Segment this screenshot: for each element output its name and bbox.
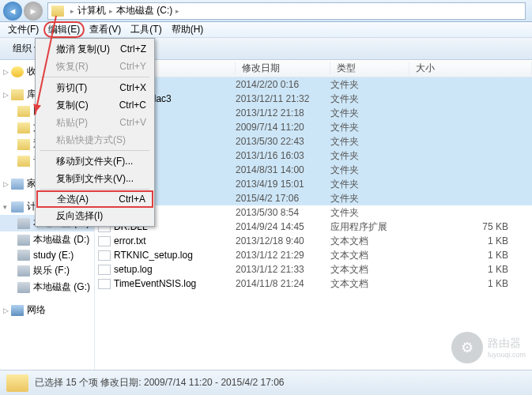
file-name: setup.log bbox=[114, 264, 153, 275]
file-name: TimeEventNSIS.log bbox=[114, 278, 196, 289]
file-type: 文件夹 bbox=[330, 206, 409, 220]
file-type: 文件夹 bbox=[330, 107, 409, 120]
file-date: 2013/1/16 16:03 bbox=[236, 150, 330, 161]
forward-button[interactable]: ► bbox=[24, 2, 43, 21]
file-size: 1 KB bbox=[409, 250, 532, 261]
statusbar: 已选择 15 个项 修改日期: 2009/7/14 11:20 - 2015/4… bbox=[0, 370, 532, 395]
content-pane: 名称 修改日期 类型 大小 2014/2/20 0:16文件夹a56d86dda… bbox=[95, 60, 532, 370]
file-icon bbox=[98, 265, 111, 275]
menu-paste-shortcut: 粘贴快捷方式(S) bbox=[37, 131, 153, 149]
sidebar-drive-e[interactable]: study (E:) bbox=[0, 248, 94, 262]
file-icon bbox=[98, 236, 111, 246]
computer-icon bbox=[11, 201, 24, 213]
table-row[interactable]: 2013/5/30 22:43文件夹 bbox=[95, 134, 532, 149]
menu-help[interactable]: 帮助(H) bbox=[167, 21, 209, 38]
crumb-computer[interactable]: 计算机 bbox=[77, 4, 106, 17]
file-date: 2013/4/19 15:01 bbox=[236, 179, 330, 190]
watermark-icon: ⚙ bbox=[451, 332, 483, 363]
menu-redo: 恢复(R)Ctrl+Y bbox=[37, 58, 153, 75]
file-type: 文件夹 bbox=[330, 178, 409, 191]
sidebar-drive-d[interactable]: 本地磁盘 (D:) bbox=[0, 231, 94, 248]
menu-move-to[interactable]: 移动到文件夹(F)... bbox=[37, 152, 153, 170]
file-type: 文本文档 bbox=[330, 263, 409, 276]
file-size: 1 KB bbox=[409, 264, 532, 275]
sidebar-drive-f[interactable]: 娱乐 (F:) bbox=[0, 262, 94, 279]
file-date: 2013/12/18 9:40 bbox=[236, 235, 330, 246]
file-type: 文件夹 bbox=[330, 149, 409, 163]
file-date: 2014/2/20 0:16 bbox=[236, 79, 330, 90]
watermark: ⚙ 路由器 luyouqi.com bbox=[451, 332, 526, 363]
file-list: 2014/2/20 0:16文件夹a56d86ddac32013/12/11 2… bbox=[95, 77, 532, 370]
table-row[interactable]: setup.log2013/1/12 21:33文本文档1 KB bbox=[95, 262, 532, 276]
file-type: 文本文档 bbox=[330, 235, 409, 248]
file-type: 文件夹 bbox=[330, 78, 409, 92]
menu-view[interactable]: 查看(V) bbox=[85, 21, 126, 38]
table-row[interactable]: RTKNIC_setup.log2013/1/12 21:29文本文档1 KB bbox=[95, 248, 532, 262]
file-icon bbox=[98, 250, 111, 261]
menu-copy[interactable]: 复制(C)Ctrl+C bbox=[37, 96, 153, 114]
menu-paste: 粘贴(P)Ctrl+V bbox=[37, 114, 153, 131]
table-row[interactable]: DR.DLL2014/9/24 14:45应用程序扩展75 KB bbox=[95, 220, 532, 234]
sidebar-drive-g[interactable]: 本地磁盘 (G:) bbox=[0, 279, 94, 295]
table-row[interactable]: 2014/2/20 0:16文件夹 bbox=[95, 77, 532, 92]
drive-icon bbox=[17, 250, 30, 261]
column-headers: 名称 修改日期 类型 大小 bbox=[95, 60, 532, 77]
table-row[interactable]: TimeEventNSIS.log2014/11/8 21:24文本文档1 KB bbox=[95, 276, 532, 291]
col-date[interactable]: 修改日期 bbox=[236, 62, 330, 75]
col-type[interactable]: 类型 bbox=[330, 62, 409, 75]
menu-select-all[interactable]: 全选(A)Ctrl+A bbox=[36, 190, 153, 208]
file-name: error.txt bbox=[114, 235, 146, 246]
col-size[interactable]: 大小 bbox=[409, 62, 532, 75]
table-row[interactable]: 2015/4/2 17:06文件夹 bbox=[95, 191, 532, 205]
table-row[interactable]: 2009/7/14 11:20文件夹 bbox=[95, 120, 532, 134]
menu-invert-selection[interactable]: 反向选择(I) bbox=[37, 207, 153, 224]
file-date: 2013/1/12 21:18 bbox=[236, 107, 330, 118]
file-type: 文件夹 bbox=[330, 121, 409, 134]
menu-copy-to[interactable]: 复制到文件夹(V)... bbox=[37, 170, 153, 187]
file-date: 2009/7/14 11:20 bbox=[236, 122, 330, 133]
folder-icon bbox=[6, 374, 28, 392]
table-row[interactable]: 用户2013/5/30 8:54文件夹 bbox=[95, 205, 532, 220]
file-date: 2014/11/8 21:24 bbox=[236, 278, 330, 289]
file-type: 文件夹 bbox=[330, 164, 409, 177]
file-date: 2014/8/31 14:00 bbox=[236, 164, 330, 175]
table-row[interactable]: a56d86ddac32013/12/11 21:32文件夹 bbox=[95, 92, 532, 106]
table-row[interactable]: s (x86)2013/1/16 16:03文件夹 bbox=[95, 149, 532, 163]
status-text: 已选择 15 个项 修改日期: 2009/7/14 11:20 - 2015/4… bbox=[35, 376, 285, 389]
folder-icon bbox=[11, 89, 24, 100]
file-type: 文本文档 bbox=[330, 249, 409, 262]
file-date: 2013/12/11 21:32 bbox=[236, 93, 330, 104]
table-row[interactable]: error.txt2013/12/18 9:40文本文档1 KB bbox=[95, 234, 532, 248]
network-icon bbox=[11, 305, 24, 316]
crumb-drive[interactable]: 本地磁盘 (C:) bbox=[116, 4, 172, 17]
file-type: 应用程序扩展 bbox=[330, 220, 409, 234]
file-date: 2013/5/30 22:43 bbox=[236, 136, 330, 147]
file-icon bbox=[98, 279, 111, 289]
menu-undo[interactable]: 撤消 复制(U)Ctrl+Z bbox=[37, 40, 153, 58]
folder-icon bbox=[17, 106, 30, 117]
address-bar[interactable]: ▸ 计算机 ▸ 本地磁盘 (C:) ▸ bbox=[47, 2, 526, 20]
back-button[interactable]: ◄ bbox=[3, 2, 22, 21]
file-size: 1 KB bbox=[409, 235, 532, 246]
menu-file[interactable]: 文件(F) bbox=[3, 21, 43, 38]
menu-tools[interactable]: 工具(T) bbox=[126, 21, 166, 38]
file-size: 1 KB bbox=[409, 278, 532, 289]
titlebar: ◄ ► ▸ 计算机 ▸ 本地磁盘 (C:) ▸ bbox=[0, 0, 532, 22]
menu-edit[interactable]: 编辑(E) bbox=[43, 21, 85, 38]
edit-dropdown-menu: 撤消 复制(U)Ctrl+Z 恢复(R)Ctrl+Y 剪切(T)Ctrl+X 复… bbox=[35, 38, 155, 227]
table-row[interactable]: 2013/1/12 21:18文件夹 bbox=[95, 106, 532, 120]
table-row[interactable]: 2014/8/31 14:00文件夹 bbox=[95, 163, 532, 177]
file-date: 2013/1/12 21:33 bbox=[236, 264, 330, 275]
homegroup-icon bbox=[11, 179, 24, 190]
star-icon bbox=[11, 66, 24, 77]
file-date: 2015/4/2 17:06 bbox=[236, 193, 330, 204]
file-size: 75 KB bbox=[409, 221, 532, 232]
menubar: 文件(F) 编辑(E) 查看(V) 工具(T) 帮助(H) bbox=[0, 22, 532, 38]
file-type: 文件夹 bbox=[330, 92, 409, 106]
menu-cut[interactable]: 剪切(T)Ctrl+X bbox=[37, 79, 153, 96]
drive-icon bbox=[17, 282, 30, 293]
file-type: 文件夹 bbox=[330, 135, 409, 149]
table-row[interactable]: 2013/4/19 15:01文件夹 bbox=[95, 177, 532, 191]
sidebar-network[interactable]: ▷网络 bbox=[0, 302, 94, 318]
drive-icon bbox=[17, 265, 30, 276]
